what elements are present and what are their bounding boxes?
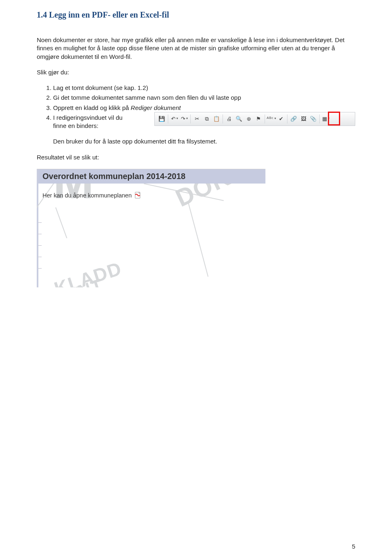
- step-3-text: Opprett en kladd og klikk på: [53, 104, 131, 111]
- step-4: I redigeringsvinduet vil du finne en bin…: [53, 114, 355, 130]
- page-number: 5: [352, 543, 355, 550]
- separator: [265, 114, 265, 123]
- separator: [168, 114, 168, 123]
- spellcheck-icon[interactable]: ᴬᴮᶜ: [267, 114, 276, 123]
- flag-icon[interactable]: ⚑: [254, 114, 263, 123]
- step-4-line1: I redigeringsvinduet vil du: [53, 114, 122, 121]
- save-icon[interactable]: 💾: [157, 114, 166, 123]
- step-3: Opprett en kladd og klikk på Rediger dok…: [53, 104, 355, 112]
- editor-toolbar: 💾 ↶ ↷ ✂ ⧉ 📋 🖨 🔍 ⊕ ⚑ ᴬᴮᶜ ✔ 🔗 🖼 📎: [154, 112, 355, 126]
- separator: [223, 114, 223, 123]
- link-icon[interactable]: 🔗: [289, 114, 298, 123]
- howto-label: Slik gjør du:: [37, 68, 355, 76]
- image-icon[interactable]: 🖼: [299, 114, 308, 123]
- redo-icon[interactable]: ↷: [180, 114, 189, 123]
- cut-icon[interactable]: ✂: [192, 114, 201, 123]
- attach-icon[interactable]: 📎: [309, 114, 318, 123]
- check-icon[interactable]: ✔: [276, 114, 285, 123]
- step-1: Lag et tomt dokument (se kap. 1.2): [53, 84, 355, 92]
- result-screenshot: M DOKUM Overordnet kommuneplan 2014-2018…: [37, 169, 265, 287]
- step-4-line2: finne en binders:: [53, 122, 98, 129]
- watermark-ent: ENT: [63, 274, 106, 287]
- copy-icon[interactable]: ⧉: [202, 114, 211, 123]
- separator: [287, 114, 287, 123]
- highlight-box: [328, 112, 340, 125]
- step-list: Lag et tomt dokument (se kap. 1.2) Gi de…: [37, 84, 355, 130]
- step-2: Gi det tomme dokumentet samme navn som d…: [53, 94, 355, 102]
- watermark-kladd: KLADD: [51, 257, 125, 287]
- paste-icon[interactable]: 📋: [212, 114, 221, 123]
- explain-paragraph: Den bruker du for å laste opp dokumentet…: [53, 137, 355, 146]
- find-icon[interactable]: 🔍: [234, 114, 243, 123]
- result-title: Overordnet kommuneplan 2014-2018: [38, 169, 265, 184]
- pdf-icon[interactable]: [134, 192, 142, 199]
- section-heading: 1.4 Legg inn en PDF- eller en Excel-fil: [37, 10, 355, 20]
- intro-paragraph: Noen dokumenter er store, har mye grafik…: [37, 36, 355, 61]
- print-icon[interactable]: 🖨: [225, 114, 234, 123]
- watermark-line: [55, 207, 67, 238]
- result-body-text: Her kan du åpne kommuneplanen: [42, 192, 131, 199]
- result-label: Resultatet vil se slik ut:: [37, 153, 355, 161]
- result-body: Her kan du åpne kommuneplanen: [37, 184, 265, 203]
- separator: [190, 114, 191, 123]
- left-ticks: [37, 222, 42, 287]
- step-3-em: Rediger dokument: [131, 104, 181, 111]
- separator: [319, 114, 320, 123]
- undo-icon[interactable]: ↶: [170, 114, 179, 123]
- zoom-icon[interactable]: ⊕: [244, 114, 253, 123]
- watermark-line: [187, 202, 208, 277]
